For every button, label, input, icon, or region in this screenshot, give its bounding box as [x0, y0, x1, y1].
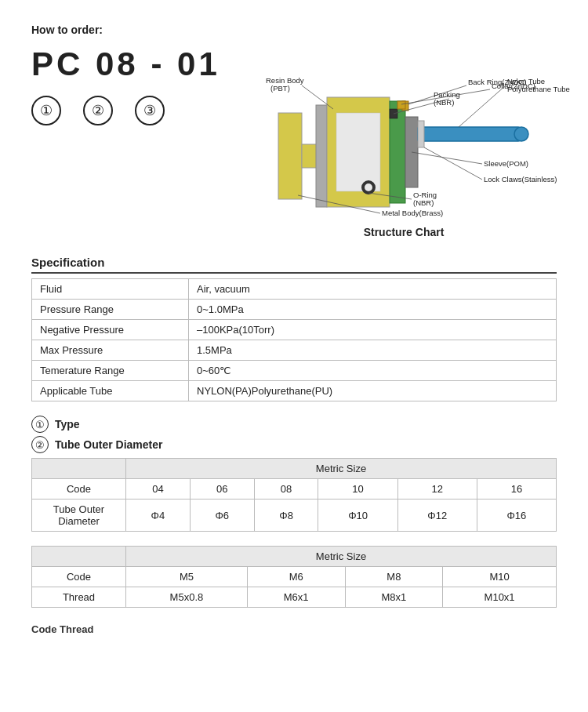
circle-2: ②	[83, 96, 113, 125]
metric-table-2: Metric Size Code M5 M6 M8 M10 Thread M5x…	[31, 546, 557, 608]
svg-line-27	[412, 152, 482, 164]
part-number: PC 08 - 01	[31, 45, 235, 83]
structure-diagram: Back Ring(ZnDC) Packing (NBR) Collar(ZnD…	[255, 42, 553, 223]
svg-rect-1	[302, 144, 318, 168]
svg-rect-13	[397, 101, 405, 109]
svg-rect-7	[418, 127, 520, 141]
svg-text:Polyurethane Tube: Polyurethane Tube	[507, 85, 570, 93]
type-circle-1: ①	[31, 416, 49, 433]
svg-rect-4	[336, 113, 380, 191]
svg-rect-0	[278, 113, 302, 199]
type-circle-2: ②	[31, 436, 49, 453]
svg-text:(NBR): (NBR)	[413, 198, 434, 207]
circle-1: ①	[31, 96, 61, 125]
specification-table: FluidAir, vacuumPressure Range0~1.0MPaNe…	[31, 278, 557, 401]
bottom-note: Code Thread	[31, 623, 557, 635]
svg-text:Metal Body(Brass): Metal Body(Brass)	[382, 209, 443, 217]
svg-line-29	[424, 147, 482, 180]
svg-text:Sleeve(POM): Sleeve(POM)	[484, 159, 528, 168]
svg-text:(NBR): (NBR)	[434, 98, 454, 107]
tube-outer-diameter-label: Tube Outer Diameter	[55, 438, 162, 451]
svg-text:(PBT): (PBT)	[270, 84, 290, 93]
svg-line-21	[459, 85, 506, 127]
specification-title: Specification	[31, 256, 557, 274]
svg-rect-10	[418, 121, 424, 147]
svg-text:Lock Claws(Stainless): Lock Claws(Stainless)	[484, 175, 557, 183]
circle-3: ③	[135, 96, 165, 125]
svg-point-8	[514, 127, 528, 141]
svg-rect-2	[316, 105, 327, 207]
type-label: Type	[55, 418, 80, 430]
structure-chart-label: Structure Chart	[364, 226, 445, 238]
how-to-order-label: How to order:	[31, 24, 557, 36]
metric-table-1: Metric Size Code 04 06 08 10 12 16 Tube …	[31, 458, 557, 532]
